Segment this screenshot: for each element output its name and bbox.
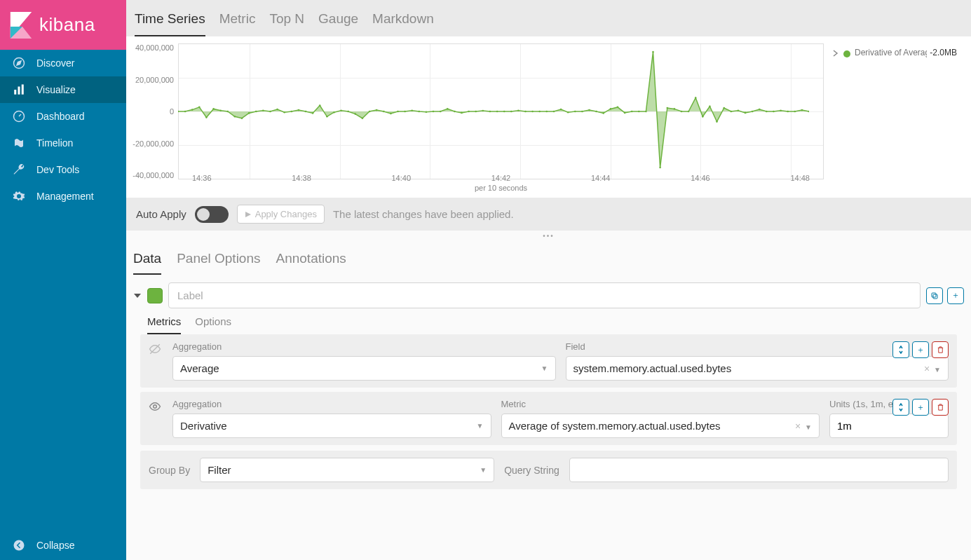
eye-visible-icon[interactable] bbox=[149, 400, 163, 413]
svg-point-28 bbox=[305, 111, 307, 113]
svg-point-61 bbox=[538, 111, 541, 113]
tab-metric[interactable]: Metric bbox=[219, 11, 256, 36]
svg-point-51 bbox=[468, 111, 470, 113]
sidebar-item-visualize[interactable]: Visualize bbox=[0, 76, 126, 103]
group-by-label: Group By bbox=[149, 465, 190, 476]
svg-point-52 bbox=[475, 111, 477, 113]
add-series-button[interactable]: ＋ bbox=[947, 287, 964, 304]
chevron-down-icon[interactable] bbox=[133, 292, 142, 300]
add-metric-button[interactable]: ＋ bbox=[912, 399, 929, 416]
tab-top-n[interactable]: Top N bbox=[269, 11, 304, 36]
tab-markdown[interactable]: Markdown bbox=[372, 11, 434, 36]
svg-point-46 bbox=[433, 111, 435, 113]
clone-series-button[interactable] bbox=[926, 287, 943, 304]
delete-metric-button[interactable] bbox=[932, 399, 949, 416]
sidebar-item-management[interactable]: Management bbox=[0, 183, 126, 210]
tab-gauge[interactable]: Gauge bbox=[318, 11, 358, 36]
sidebar-item-timelion[interactable]: Timelion bbox=[0, 130, 126, 156]
auto-apply-toggle[interactable] bbox=[195, 206, 229, 223]
nav-label: Dev Tools bbox=[36, 164, 79, 175]
auto-apply-label: Auto Apply bbox=[136, 208, 186, 220]
svg-point-36 bbox=[362, 117, 364, 119]
series-color-picker[interactable] bbox=[147, 288, 163, 303]
bar-chart-icon bbox=[13, 83, 25, 96]
svg-rect-102 bbox=[932, 293, 936, 297]
units-input[interactable] bbox=[829, 414, 949, 438]
sidebar-collapse[interactable]: Collapse bbox=[0, 531, 126, 560]
svg-point-22 bbox=[262, 110, 264, 112]
sidebar-item-devtools[interactable]: Dev Tools bbox=[0, 156, 126, 183]
svg-point-82 bbox=[688, 111, 690, 113]
legend-label[interactable]: Derivative of Averag bbox=[855, 48, 927, 57]
reorder-metric-button[interactable] bbox=[892, 341, 909, 358]
svg-point-40 bbox=[390, 113, 392, 115]
aggregation-select[interactable]: Derivative ▼ bbox=[172, 414, 491, 438]
nav-label: Management bbox=[36, 191, 94, 202]
tab-annotations[interactable]: Annotations bbox=[276, 251, 346, 275]
y-tick: 0 bbox=[170, 107, 174, 116]
field-label: Field bbox=[566, 341, 949, 352]
clear-field-icon[interactable]: × bbox=[924, 363, 930, 374]
svg-point-27 bbox=[298, 109, 300, 111]
svg-marker-4 bbox=[17, 61, 21, 65]
svg-point-30 bbox=[319, 104, 321, 107]
chart-xaxis: 14:36 14:38 14:40 14:42 14:44 14:46 14:4… bbox=[178, 174, 824, 182]
svg-point-37 bbox=[369, 111, 371, 113]
y-tick: 20,000,000 bbox=[135, 76, 174, 84]
sidebar: kibana Discover Visualize Dashboard Time… bbox=[0, 0, 126, 560]
svg-point-98 bbox=[801, 109, 803, 111]
svg-point-58 bbox=[517, 110, 520, 112]
svg-point-86 bbox=[716, 121, 718, 123]
config-tabs: Data Panel Options Annotations bbox=[126, 241, 971, 275]
resize-handle[interactable]: ••• bbox=[126, 231, 971, 241]
aggregation-select[interactable]: Average ▼ bbox=[172, 356, 556, 381]
sidebar-item-discover[interactable]: Discover bbox=[0, 50, 126, 76]
y-tick: -40,000,000 bbox=[133, 171, 174, 179]
query-string-input[interactable] bbox=[569, 458, 949, 482]
tab-panel-options[interactable]: Panel Options bbox=[177, 251, 260, 275]
svg-point-9 bbox=[14, 540, 25, 551]
clear-metric-icon[interactable]: × bbox=[795, 421, 801, 432]
kibana-logo-icon bbox=[10, 12, 32, 39]
nav-label: Timelion bbox=[36, 137, 73, 149]
series-label-input[interactable] bbox=[168, 282, 921, 308]
svg-point-76 bbox=[645, 111, 647, 113]
svg-point-81 bbox=[681, 111, 683, 113]
svg-point-75 bbox=[638, 111, 640, 113]
subtab-options[interactable]: Options bbox=[195, 315, 231, 334]
svg-point-57 bbox=[510, 111, 512, 113]
x-tick: 14:46 bbox=[691, 174, 710, 182]
metric-select[interactable]: Average of system.memory.actual.used.byt… bbox=[501, 414, 820, 438]
metric-row-1: Aggregation Average ▼ Field system.memor… bbox=[140, 334, 957, 388]
svg-point-48 bbox=[447, 108, 449, 110]
delete-metric-button[interactable] bbox=[932, 341, 949, 358]
svg-rect-101 bbox=[933, 294, 937, 299]
field-value: system.memory.actual.used.bytes bbox=[573, 362, 732, 374]
apply-changes-button[interactable]: Apply Changes bbox=[237, 205, 325, 224]
sidebar-item-dashboard[interactable]: Dashboard bbox=[0, 103, 126, 130]
tab-time-series[interactable]: Time Series bbox=[135, 11, 205, 36]
caret-down-icon: ▼ bbox=[934, 366, 941, 374]
svg-point-17 bbox=[227, 111, 229, 113]
svg-point-71 bbox=[610, 108, 612, 110]
group-by-select[interactable]: Filter ▼ bbox=[200, 458, 494, 482]
tab-data[interactable]: Data bbox=[133, 251, 161, 275]
legend-value: -2.0MB bbox=[930, 48, 957, 57]
collapse-icon bbox=[13, 539, 25, 552]
svg-point-18 bbox=[234, 116, 236, 118]
add-metric-button[interactable]: ＋ bbox=[912, 341, 929, 358]
field-select[interactable]: system.memory.actual.used.bytes ×▼ bbox=[566, 356, 949, 381]
gear-icon bbox=[13, 190, 25, 203]
reorder-metric-button[interactable] bbox=[892, 399, 909, 416]
x-tick: 14:40 bbox=[391, 174, 411, 182]
series-header-row: ＋ bbox=[126, 275, 971, 315]
caret-down-icon: ▼ bbox=[541, 364, 548, 372]
series-sub-tabs: Metrics Options bbox=[126, 315, 971, 334]
x-tick: 14:42 bbox=[491, 174, 511, 182]
eye-hidden-icon[interactable] bbox=[149, 343, 163, 355]
chevron-right-icon[interactable] bbox=[832, 50, 839, 57]
svg-point-94 bbox=[773, 111, 775, 113]
chart-body[interactable]: 14:36 14:38 14:40 14:42 14:44 14:46 14:4… bbox=[178, 41, 824, 193]
subtab-metrics[interactable]: Metrics bbox=[147, 315, 181, 334]
svg-point-35 bbox=[355, 113, 357, 115]
